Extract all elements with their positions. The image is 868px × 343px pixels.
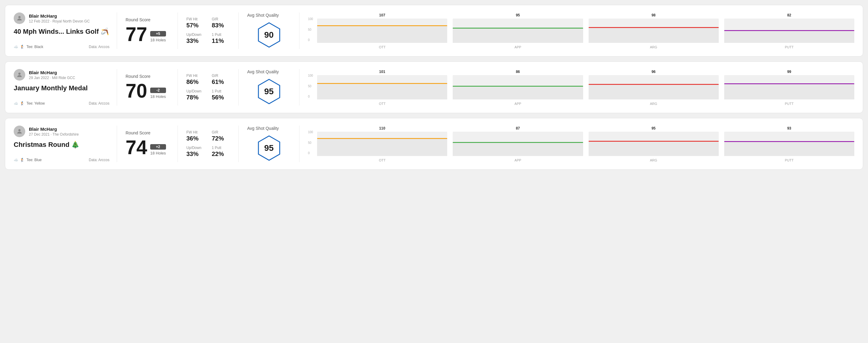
user-date-course-2: 29 Jan 2022 · Mill Ride GCC — [29, 76, 75, 80]
stat-label-2-0: FW Hit — [186, 73, 205, 78]
y-axis: 100 50 0 — [308, 130, 313, 155]
bar-line-2 — [589, 84, 719, 85]
bar-label-2: ARG — [650, 45, 657, 49]
bar-chart: 107 OTT 95 APP 98 — [317, 12, 854, 49]
bar-line-3 — [724, 141, 854, 142]
score-row-2: 70 -2 18 Holes — [126, 81, 169, 101]
bar-group-app: 95 APP — [453, 13, 583, 49]
score-section-2: Round Score 70 -2 18 Holes — [117, 69, 178, 105]
bar-value-0: 101 — [379, 70, 385, 74]
round-card-1: Blair McHarg 12 Feb 2022 · Royal North D… — [5, 5, 863, 57]
stat-label-1-2: Up/Down — [186, 33, 205, 37]
left-section-3: Blair McHarg 27 Dec 2021 · The Oxfordshi… — [14, 126, 117, 162]
weather-icon-3: ☁️ — [14, 158, 18, 162]
score-section-1: Round Score 77 +5 18 Holes — [117, 12, 178, 49]
stats-section-3: FW Hit 36% GIR 72% Up/Down 33% 1 Pu — [178, 126, 239, 162]
bar-label-3: PUTT — [785, 158, 794, 162]
bar-group-putt: 93 PUTT — [724, 126, 854, 162]
user-info-1: Blair McHarg 12 Feb 2022 · Royal North D… — [14, 12, 110, 24]
round-title-3: Christmas Round 🎄 — [14, 141, 110, 149]
stat-value-1-1: 83% — [212, 22, 230, 29]
bar-wrapper-3 — [724, 132, 854, 156]
bar-value-3: 82 — [787, 13, 791, 17]
data-source-2: Data: Arccos — [89, 101, 110, 105]
score-badge-holes-2: -2 18 Holes — [150, 88, 166, 101]
svg-point-0 — [18, 16, 20, 18]
stat-label-1-3: 1 Putt — [212, 33, 230, 37]
stat-item-1-3: 1 Putt 11% — [212, 33, 230, 44]
round-title-2: January Monthly Medal — [14, 84, 110, 92]
stat-value-3-3: 22% — [212, 151, 230, 157]
bar-line-1 — [453, 142, 583, 143]
quality-section-3: Avg Shot Quality 95 — [239, 126, 300, 162]
stats-section-1: FW Hit 57% GIR 83% Up/Down 33% 1 Pu — [178, 12, 239, 49]
score-badge-holes-3: +2 18 Holes — [150, 144, 166, 157]
bar-group-ott: 101 OTT — [317, 70, 447, 105]
bar-label-0: OTT — [379, 102, 385, 105]
bar-fill-1 — [453, 28, 583, 43]
stat-label-2-1: GIR — [212, 73, 230, 78]
bar-label-1: APP — [515, 158, 521, 162]
quality-label-3: Avg Shot Quality — [247, 126, 279, 131]
round-card-3: Blair McHarg 27 Dec 2021 · The Oxfordshi… — [5, 118, 863, 170]
score-badge-1: +5 — [150, 31, 166, 36]
stat-item-3-2: Up/Down 33% — [186, 146, 205, 157]
bar-label-1: APP — [515, 45, 521, 49]
bar-value-2: 95 — [652, 126, 655, 130]
bag-icon-3: 🏌️ — [20, 158, 25, 162]
bar-value-2: 98 — [652, 13, 655, 17]
bar-fill-3 — [724, 83, 854, 99]
bar-label-0: OTT — [379, 45, 385, 49]
bar-line-0 — [317, 83, 447, 84]
tee-label-2: Tee: Yellow — [26, 101, 45, 105]
user-details-3: Blair McHarg 27 Dec 2021 · The Oxfordshi… — [29, 126, 79, 136]
y-axis: 100 50 0 — [308, 17, 313, 42]
bar-fill-1 — [453, 86, 583, 99]
stat-item-2-2: Up/Down 78% — [186, 89, 205, 101]
bar-wrapper-2 — [589, 132, 719, 156]
user-name-1: Blair McHarg — [29, 13, 90, 19]
bar-value-3: 99 — [787, 70, 791, 74]
holes-label-3: 18 Holes — [150, 151, 166, 155]
stat-label-3-0: FW Hit — [186, 130, 205, 134]
stat-value-3-2: 33% — [186, 151, 205, 157]
user-date-course-1: 12 Feb 2022 · Royal North Devon GC — [29, 19, 90, 23]
bar-chart: 110 OTT 87 APP 95 — [317, 126, 854, 162]
tee-info-2: ☁️ 🏌️ Tee: Yellow — [14, 101, 45, 105]
stat-item-3-1: GIR 72% — [212, 130, 230, 142]
stat-value-1-3: 11% — [212, 37, 230, 44]
bar-value-0: 107 — [379, 13, 385, 17]
stat-value-2-3: 56% — [212, 94, 230, 101]
stat-value-1-0: 57% — [186, 22, 205, 29]
user-icon — [16, 71, 23, 78]
bar-wrapper-0 — [317, 19, 447, 43]
bar-fill-0 — [317, 25, 447, 43]
score-row-3: 74 +2 18 Holes — [126, 138, 169, 157]
round-score-label-3: Round Score — [126, 130, 169, 135]
avatar-3 — [14, 126, 25, 137]
user-info-2: Blair McHarg 29 Jan 2022 · Mill Ride GCC — [14, 69, 110, 81]
bag-icon-2: 🏌️ — [20, 101, 25, 105]
bar-group-putt: 82 PUTT — [724, 13, 854, 49]
avatar-1 — [14, 12, 25, 24]
bar-wrapper-0 — [317, 132, 447, 156]
bar-group-ott: 110 OTT — [317, 126, 447, 162]
stats-grid-2: FW Hit 86% GIR 61% Up/Down 78% 1 Pu — [186, 73, 230, 101]
stat-value-2-2: 78% — [186, 94, 205, 101]
stat-value-2-0: 86% — [186, 79, 205, 86]
bar-line-0 — [317, 25, 447, 26]
bottom-info-1: ☁️ 🏌️ Tee: Black Data: Arccos — [14, 45, 110, 49]
quality-label-2: Avg Shot Quality — [247, 69, 279, 74]
stats-grid-3: FW Hit 36% GIR 72% Up/Down 33% 1 Pu — [186, 130, 230, 157]
bar-wrapper-1 — [453, 75, 583, 99]
stat-value-3-0: 36% — [186, 135, 205, 142]
bar-wrapper-3 — [724, 19, 854, 43]
bar-fill-1 — [453, 142, 583, 156]
bar-value-3: 93 — [787, 126, 791, 130]
score-number-3: 74 — [126, 138, 147, 157]
bag-icon-1: 🏌️ — [20, 45, 25, 49]
weather-icon-2: ☁️ — [14, 101, 18, 105]
chart-section-2: 100 50 0 101 OTT 86 APP — [300, 69, 854, 105]
user-info-3: Blair McHarg 27 Dec 2021 · The Oxfordshi… — [14, 126, 110, 137]
bar-wrapper-3 — [724, 75, 854, 99]
